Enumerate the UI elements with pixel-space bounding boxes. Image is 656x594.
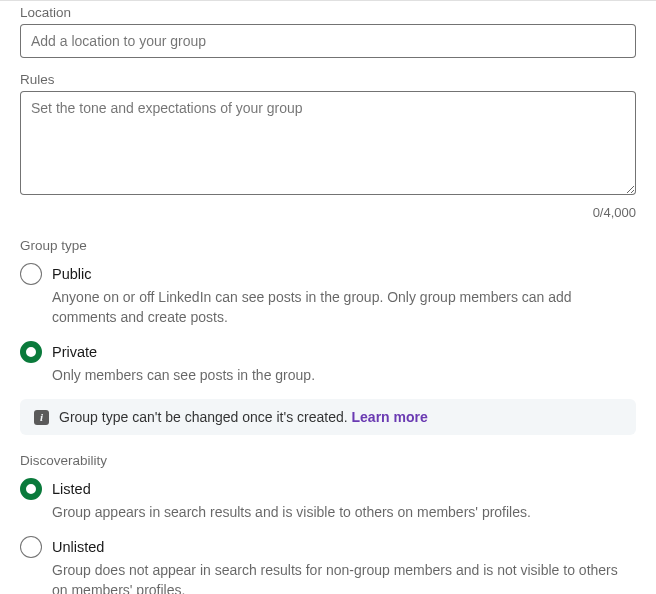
radio-title: Private bbox=[52, 341, 636, 363]
group-type-label: Group type bbox=[20, 238, 636, 253]
radio-desc: Anyone on or off LinkedIn can see posts … bbox=[52, 287, 636, 327]
rules-textarea[interactable] bbox=[20, 91, 636, 195]
discoverability-label: Discoverability bbox=[20, 453, 636, 468]
group-type-notice: i Group type can't be changed once it's … bbox=[20, 399, 636, 435]
group-type-option-public[interactable]: Public Anyone on or off LinkedIn can see… bbox=[20, 263, 636, 327]
info-icon: i bbox=[34, 410, 49, 425]
radio-desc: Only members can see posts in the group. bbox=[52, 365, 636, 385]
radio-title: Public bbox=[52, 263, 636, 285]
radio-desc: Group does not appear in search results … bbox=[52, 560, 636, 594]
radio-title: Listed bbox=[52, 478, 636, 500]
radio-icon[interactable] bbox=[20, 478, 42, 500]
rules-char-count: 0/4,000 bbox=[20, 205, 636, 220]
radio-icon[interactable] bbox=[20, 536, 42, 558]
radio-icon[interactable] bbox=[20, 341, 42, 363]
learn-more-link[interactable]: Learn more bbox=[352, 409, 428, 425]
radio-icon[interactable] bbox=[20, 263, 42, 285]
radio-desc: Group appears in search results and is v… bbox=[52, 502, 636, 522]
discoverability-option-unlisted[interactable]: Unlisted Group does not appear in search… bbox=[20, 536, 636, 594]
location-input[interactable] bbox=[20, 24, 636, 58]
rules-label: Rules bbox=[20, 72, 636, 87]
group-type-option-private[interactable]: Private Only members can see posts in th… bbox=[20, 341, 636, 385]
radio-title: Unlisted bbox=[52, 536, 636, 558]
discoverability-option-listed[interactable]: Listed Group appears in search results a… bbox=[20, 478, 636, 522]
location-label: Location bbox=[20, 5, 636, 20]
notice-text: Group type can't be changed once it's cr… bbox=[59, 409, 352, 425]
